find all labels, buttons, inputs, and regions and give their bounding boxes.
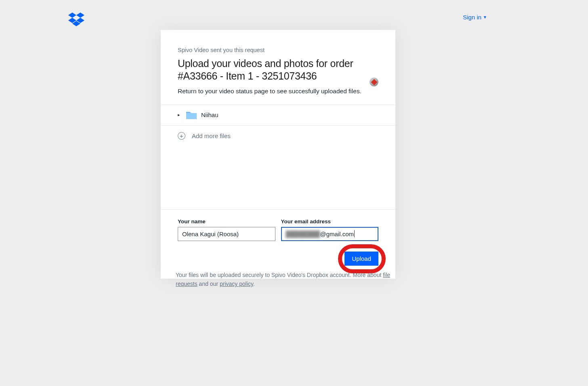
email-input[interactable]: ████████@gmail.com <box>281 227 379 241</box>
folder-name: Niihau <box>201 111 218 118</box>
add-more-label: Add more files <box>192 132 231 139</box>
email-suffix: @gmail.com <box>320 231 354 237</box>
button-row: Upload <box>178 252 378 266</box>
name-label: Your name <box>178 218 275 224</box>
card-subtitle: Return to your video status page to see … <box>178 88 378 95</box>
name-field-group: Your name <box>178 218 275 241</box>
page-header: Sign in ▼ <box>0 0 588 28</box>
sign-in-label: Sign in <box>463 14 481 21</box>
chevron-down-icon: ▼ <box>483 15 487 19</box>
upload-button[interactable]: Upload <box>344 252 378 266</box>
sign-in-link[interactable]: Sign in ▼ <box>463 14 487 21</box>
add-more-files-button[interactable]: + Add more files <box>161 126 395 148</box>
text-cursor <box>354 230 355 237</box>
plus-circle-icon: + <box>178 132 185 140</box>
card-header: Spivo Video sent you this request Upload… <box>161 30 395 105</box>
footer-text: Your files will be uploaded securely to … <box>176 271 394 289</box>
email-field-group: Your email address ████████@gmail.com <box>281 218 379 241</box>
form-section: Your name Your email address ████████@gm… <box>161 209 395 279</box>
dropbox-logo-icon[interactable] <box>68 11 85 28</box>
card-title: Upload your videos and photos for order … <box>178 57 378 83</box>
footer-text-2: and our <box>197 281 220 287</box>
email-prefix-blurred: ████████ <box>286 231 320 237</box>
request-from-text: Spivo Video sent you this request <box>178 47 378 53</box>
name-input[interactable] <box>178 227 275 241</box>
footer-text-1: Your files will be uploaded securely to … <box>176 272 383 278</box>
folder-row[interactable]: ▸ Niihau <box>161 105 395 126</box>
email-label: Your email address <box>281 218 379 224</box>
form-row: Your name Your email address ████████@gm… <box>178 218 378 241</box>
folder-icon <box>186 111 197 120</box>
privacy-policy-link[interactable]: privacy policy <box>220 281 253 287</box>
card-spacer <box>161 148 395 209</box>
expand-triangle-icon[interactable]: ▸ <box>178 112 182 117</box>
footer-text-3: . <box>253 281 255 287</box>
requester-avatar <box>370 78 378 86</box>
upload-card: Spivo Video sent you this request Upload… <box>161 30 395 279</box>
